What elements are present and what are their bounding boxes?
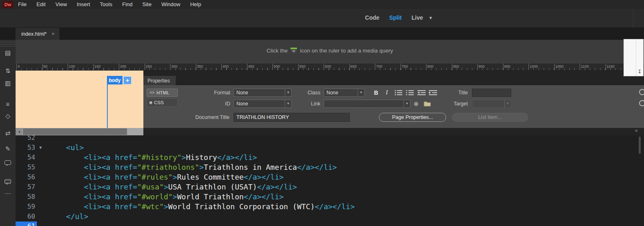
ruler-tick: [477, 64, 478, 70]
scrollbar-track-divider: [636, 39, 636, 76]
ruler-tick: [196, 64, 196, 70]
code-fold-icon[interactable]: ▼: [39, 143, 46, 153]
file-transfer-icon[interactable]: ⇅: [0, 65, 16, 77]
browse-folder-icon[interactable]: [424, 101, 431, 107]
quick-help-icon[interactable]: [639, 100, 644, 106]
file-icon[interactable]: ▤: [0, 47, 16, 59]
line-number: 52: [16, 135, 37, 143]
toolbar-icons: ▤⇅▥≡◇⇄✎⋯: [0, 47, 16, 200]
code-line-55[interactable]: 55<li><a href="#triatholons">Triathlons …: [16, 162, 644, 172]
line-number: 60: [16, 212, 37, 221]
add-element-button[interactable]: +: [123, 76, 132, 84]
left-toolbar: ▤⇅▥≡◇⇄✎⋯: [0, 40, 16, 226]
code-line-61[interactable]: 61: [16, 221, 644, 226]
line-number: 57: [16, 182, 37, 192]
code-line-54[interactable]: 54<li><a href="#history">History</a></li…: [16, 153, 644, 162]
live-code-icon[interactable]: ▥: [0, 77, 16, 89]
code-line-58[interactable]: 58<li><a href="#world">World Triathlon</…: [16, 192, 644, 202]
ruler-label: 250: [146, 64, 152, 68]
ruler-label: 0: [18, 64, 20, 68]
ruler-label: 50: [43, 64, 48, 68]
menu-window[interactable]: Window: [156, 0, 185, 9]
page-properties-button[interactable]: Page Properties...: [379, 113, 446, 122]
format-dropdown[interactable]: None ▼: [234, 89, 292, 97]
code-line-60[interactable]: 60</ul>: [16, 212, 644, 221]
css-grid-icon: ▦: [150, 100, 152, 105]
code-line-59[interactable]: 59<li><a href="#wtc">World Triathlon Cor…: [16, 202, 644, 212]
ruler-label: 200: [120, 64, 126, 68]
ruler-label: 1000: [530, 64, 538, 68]
document-tab[interactable]: index.html* ×: [16, 28, 59, 40]
link-combo-field[interactable]: ▼: [324, 100, 410, 108]
help-icon[interactable]: [639, 89, 644, 95]
toolbar-grip[interactable]: [0, 41, 16, 47]
scroll-down-icon[interactable]: ↧: [637, 69, 642, 74]
ruler-label: 800: [427, 64, 433, 68]
code-line-52[interactable]: 52: [16, 135, 644, 143]
inspect-mode-icon[interactable]: ⇄: [0, 127, 16, 139]
code-line-content: <li><a href="#wtc">World Triathlon Corpo…: [48, 202, 355, 212]
menu-edit[interactable]: Edit: [32, 0, 50, 9]
view-mode-split[interactable]: Split: [389, 14, 401, 21]
code-line-57[interactable]: 57<li><a href="#usa">USA Triathlon (USAT…: [16, 182, 644, 192]
ruler-tick: [528, 64, 529, 70]
code-line-56[interactable]: 56<li><a href="#rules">Rules Committee</…: [16, 172, 644, 182]
format-list-icon[interactable]: ≡: [0, 98, 16, 110]
ruler-label: 400: [222, 64, 229, 68]
ordered-list-icon[interactable]: [406, 89, 415, 96]
properties-panel-tab[interactable]: Properties: [143, 76, 176, 85]
menu-help[interactable]: Help: [185, 0, 206, 9]
design-horizontal-scrollbar[interactable]: ◄: [16, 128, 143, 135]
document-tab-title: index.html*: [21, 31, 47, 37]
menu-file[interactable]: File: [13, 0, 32, 9]
document-title-field[interactable]: [234, 113, 350, 122]
bold-button[interactable]: B: [372, 89, 380, 97]
more-options-icon[interactable]: ⋯: [0, 187, 16, 200]
outdent-icon[interactable]: [417, 89, 426, 96]
menu-insert[interactable]: Insert: [72, 0, 95, 9]
ruler-label: 950: [504, 64, 510, 68]
code-vertical-scrollbar[interactable]: [639, 137, 641, 154]
view-mode-live[interactable]: Live: [411, 14, 423, 21]
menu-site[interactable]: Site: [137, 0, 156, 9]
tag-selector-body[interactable]: body: [107, 76, 122, 84]
ruler-label: 850: [453, 64, 459, 68]
css-mode-label: CSS: [154, 100, 164, 105]
view-mode-caret-icon[interactable]: ▾: [429, 15, 432, 21]
ruler-label: 150: [95, 64, 101, 68]
italic-button[interactable]: I: [383, 89, 391, 97]
menu-tools[interactable]: Tools: [95, 0, 117, 9]
class-dropdown[interactable]: None ▼: [324, 89, 365, 97]
ruler-tick: [349, 64, 350, 70]
menu-view[interactable]: View: [50, 0, 72, 9]
ruler-tick: [580, 64, 580, 70]
ruler[interactable]: 0501001502002503003504004505005506006507…: [16, 64, 644, 71]
scroll-left-arrow-icon[interactable]: ◄: [16, 128, 23, 135]
app-logo-icon[interactable]: Dw: [2, 1, 13, 8]
ruler-tick: [401, 64, 401, 70]
code-comment-icon[interactable]: [0, 175, 16, 187]
w3c-validation-icon[interactable]: ◇: [0, 110, 16, 122]
code-line-53[interactable]: 53▼<ul>: [16, 143, 644, 153]
title-field[interactable]: [472, 89, 511, 97]
view-mode-code[interactable]: Code: [365, 14, 379, 21]
code-line-content: <li><a href="#world">World Triathlon</a>…: [48, 192, 283, 202]
comment-icon[interactable]: [0, 156, 16, 169]
app-toolbar: CodeSplitLive▾: [0, 9, 644, 28]
id-dropdown[interactable]: None ▼: [234, 100, 292, 108]
ruler-tick: [605, 64, 606, 70]
chevron-down-icon[interactable]: ▼: [358, 89, 364, 96]
code-editor[interactable]: 5253▼<ul>54<li><a href="#history">Histor…: [16, 135, 644, 226]
menu-find[interactable]: Find: [117, 0, 137, 9]
chevron-down-icon[interactable]: ▼: [404, 100, 410, 107]
line-number: 58: [16, 192, 37, 202]
tab-close-icon[interactable]: ×: [52, 31, 55, 37]
panel-collapse-icon[interactable]: «: [635, 128, 638, 133]
format-source-icon[interactable]: ✎: [0, 143, 16, 155]
css-mode-button[interactable]: ▦ CSS: [147, 98, 178, 107]
point-to-file-icon[interactable]: ⊕: [414, 100, 419, 108]
html-mode-button[interactable]: <> HTML: [147, 89, 178, 97]
ruler-label: 650: [351, 64, 357, 68]
scrollbar-thumb[interactable]: [23, 128, 127, 135]
unordered-list-icon[interactable]: [394, 89, 403, 96]
